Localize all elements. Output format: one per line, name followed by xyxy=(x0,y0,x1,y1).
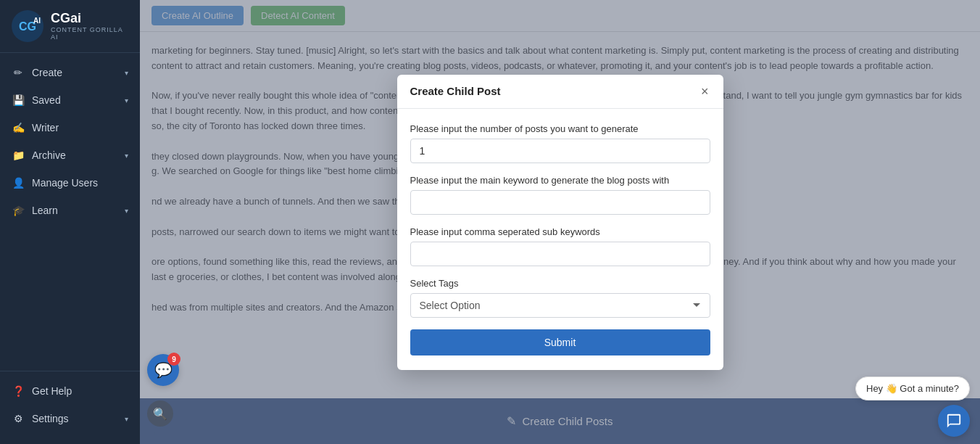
manage-users-icon: 👤 xyxy=(12,176,25,189)
sidebar-item-label-archive: Archive xyxy=(32,149,66,161)
sidebar-item-writer[interactable]: ✍ Writer xyxy=(0,114,140,141)
sidebar-item-label-settings: Settings xyxy=(32,413,69,424)
main-keyword-group: Please input the main keyword to generat… xyxy=(410,175,710,215)
sub-keywords-group: Please input comma seperated sub keyword… xyxy=(410,226,710,266)
sub-keywords-label: Please input comma seperated sub keyword… xyxy=(410,226,710,237)
svg-text:AI: AI xyxy=(33,17,41,25)
sidebar-item-saved[interactable]: 💾 Saved ▾ xyxy=(0,86,140,114)
num-posts-input[interactable] xyxy=(410,139,710,163)
chevron-down-icon: ▾ xyxy=(125,69,128,77)
sidebar-item-label-learn: Learn xyxy=(32,205,58,216)
sub-keywords-input[interactable] xyxy=(410,242,710,266)
sidebar-bottom: ❓ Get Help ⚙ Settings ▾ xyxy=(0,371,140,444)
writer-icon: ✍ xyxy=(12,121,25,134)
search-button[interactable]: 🔍 xyxy=(147,400,173,427)
saved-icon: 💾 xyxy=(12,94,25,107)
tags-select[interactable]: Select Option xyxy=(410,293,710,318)
sidebar-nav: ✏ Create ▾ 💾 Saved ▾ ✍ Writer 📁 Archive … xyxy=(0,53,140,371)
modal-header: Create Child Post × xyxy=(397,75,723,109)
chevron-down-icon: ▾ xyxy=(125,207,128,215)
tags-group: Select Tags Select Option xyxy=(410,278,710,318)
chat-bubble-text: Hey 👋 Got a minute? xyxy=(866,383,959,394)
num-posts-label: Please input the number of posts you wan… xyxy=(410,123,710,134)
modal-body: Please input the number of posts you wan… xyxy=(397,109,723,370)
logo-subtitle: CONTENT GORILLA AI xyxy=(51,26,130,41)
sidebar-logo: CG AI CGai CONTENT GORILLA AI xyxy=(0,0,140,53)
notification-badge: 9 xyxy=(167,353,180,366)
chevron-down-icon: ▾ xyxy=(125,96,128,104)
modal-close-button[interactable]: × xyxy=(699,85,710,98)
create-icon: ✏ xyxy=(12,66,25,79)
learn-icon: 🎓 xyxy=(12,204,25,217)
sidebar-item-label-create: Create xyxy=(32,67,62,78)
num-posts-group: Please input the number of posts you wan… xyxy=(410,123,710,163)
main-keyword-label: Please input the main keyword to generat… xyxy=(410,175,710,186)
sidebar-item-label-get-help: Get Help xyxy=(32,385,72,397)
logo-icon: CG AI xyxy=(10,9,45,44)
chat-icon xyxy=(946,413,962,429)
logo-text-block: CGai CONTENT GORILLA AI xyxy=(51,12,130,41)
sidebar: CG AI CGai CONTENT GORILLA AI ✏ Create ▾… xyxy=(0,0,140,444)
notification-button[interactable]: 💬 9 xyxy=(147,354,179,386)
chevron-down-icon: ▾ xyxy=(125,415,128,423)
sidebar-item-settings[interactable]: ⚙ Settings ▾ xyxy=(0,405,140,432)
sidebar-item-label-saved: Saved xyxy=(32,94,61,106)
sidebar-item-learn[interactable]: 🎓 Learn ▾ xyxy=(0,197,140,224)
modal-overlay: Create Child Post × Please input the num… xyxy=(140,0,980,444)
sidebar-item-create[interactable]: ✏ Create ▾ xyxy=(0,59,140,86)
logo-title: CGai xyxy=(51,12,130,26)
archive-icon: 📁 xyxy=(12,149,25,162)
main-area: Create AI Outline Detect AI Content mark… xyxy=(140,0,980,444)
chat-button[interactable] xyxy=(938,405,970,437)
modal-title: Create Child Post xyxy=(410,85,501,97)
sidebar-item-label-writer: Writer xyxy=(32,122,59,133)
sidebar-item-archive[interactable]: 📁 Archive ▾ xyxy=(0,141,140,169)
settings-icon: ⚙ xyxy=(12,412,25,425)
sidebar-item-get-help[interactable]: ❓ Get Help xyxy=(0,377,140,405)
submit-button[interactable]: Submit xyxy=(410,329,710,355)
sidebar-item-manage-users[interactable]: 👤 Manage Users xyxy=(0,169,140,197)
get-help-icon: ❓ xyxy=(12,385,25,398)
sidebar-item-label-manage-users: Manage Users xyxy=(32,177,98,189)
main-keyword-input[interactable] xyxy=(410,190,710,215)
modal-dialog: Create Child Post × Please input the num… xyxy=(397,75,723,370)
search-icon: 🔍 xyxy=(153,407,167,421)
tags-label: Select Tags xyxy=(410,278,710,289)
chat-bubble: Hey 👋 Got a minute? xyxy=(855,377,970,400)
chevron-down-icon: ▾ xyxy=(125,152,128,160)
